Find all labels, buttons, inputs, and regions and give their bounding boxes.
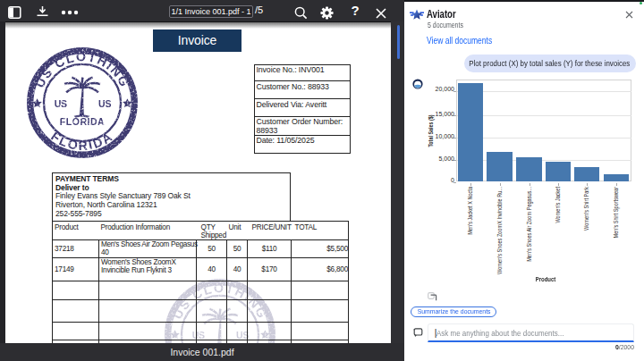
svg-text:FLORIDA: FLORIDA [60, 116, 105, 127]
svg-text:?: ? [351, 3, 359, 18]
svg-text:US: US [55, 98, 67, 109]
svg-text:US: US [98, 98, 111, 109]
